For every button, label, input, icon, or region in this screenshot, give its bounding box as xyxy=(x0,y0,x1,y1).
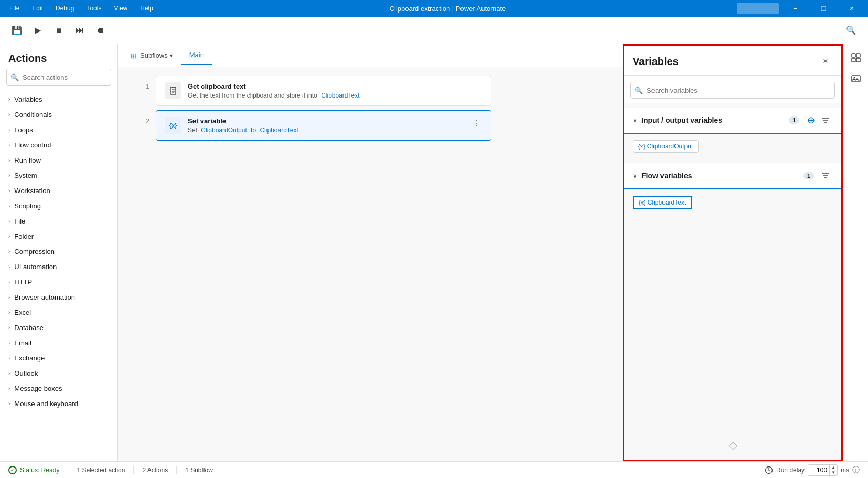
step-2-var-clipboard-output[interactable]: ClipboardOutput xyxy=(201,126,247,134)
status-ready-label: Status: Ready xyxy=(20,466,59,474)
step-2-var-clipboard-text[interactable]: ClipboardText xyxy=(260,126,298,134)
window-controls: − □ × xyxy=(737,0,864,17)
chevron-icon: › xyxy=(8,355,10,361)
action-item-ui-automation[interactable]: › UI automation xyxy=(0,259,117,274)
extensions-rail-button[interactable] xyxy=(846,48,865,67)
flow-variables-section-header[interactable]: ∨ Flow variables 1 xyxy=(624,163,841,189)
minimize-button[interactable]: − xyxy=(783,0,807,17)
action-item-conditionals[interactable]: › Conditionals xyxy=(0,107,117,122)
status-divider-3 xyxy=(176,466,177,474)
action-item-browser-automation[interactable]: › Browser automation xyxy=(0,290,117,305)
action-item-email[interactable]: › Email xyxy=(0,335,117,350)
chevron-icon: › xyxy=(8,173,10,178)
menu-file[interactable]: File xyxy=(4,3,25,14)
menu-edit[interactable]: Edit xyxy=(27,3,48,14)
step-2-menu-button[interactable]: ⋮ xyxy=(470,117,483,129)
var-chip-clipboard-output[interactable]: {x} ClipboardOutput xyxy=(633,140,699,153)
action-item-outlook[interactable]: › Outlook xyxy=(0,366,117,381)
variables-content: ∨ Input / output variables 1 ⊕ {x} Clipb… xyxy=(624,103,841,460)
variables-header: Variables × xyxy=(624,46,841,76)
action-item-file[interactable]: › File xyxy=(0,214,117,229)
actions-search-container: 🔍 xyxy=(6,69,111,86)
action-label: Browser automation xyxy=(14,293,75,301)
chevron-icon: › xyxy=(8,370,10,376)
run-delay-up-button[interactable]: ▲ xyxy=(830,465,837,470)
action-item-message-boxes[interactable]: › Message boxes xyxy=(0,381,117,396)
chevron-icon: › xyxy=(8,218,10,224)
image-rail-button[interactable] xyxy=(846,69,865,88)
search-actions-input[interactable] xyxy=(6,69,111,86)
action-item-system[interactable]: › System xyxy=(0,168,117,183)
main-tab[interactable]: Main xyxy=(181,46,212,65)
status-ready: ✓ Status: Ready xyxy=(8,466,59,474)
chevron-icon: › xyxy=(8,142,10,148)
action-item-mouse-keyboard[interactable]: › Mouse and keyboard xyxy=(0,396,117,411)
chevron-icon: › xyxy=(8,340,10,346)
action-label: HTTP xyxy=(14,278,32,286)
step-1-var-clipboard-text[interactable]: ClipboardText xyxy=(321,92,359,99)
menu-debug[interactable]: Debug xyxy=(50,3,79,14)
step-card-1[interactable]: Get clipboard text Get the text from the… xyxy=(156,76,491,106)
action-item-variables[interactable]: › Variables xyxy=(0,92,117,107)
action-item-http[interactable]: › HTTP xyxy=(0,274,117,290)
chevron-icon: › xyxy=(8,401,10,407)
action-item-flow-control[interactable]: › Flow control xyxy=(0,137,117,153)
step-card-2[interactable]: {x} Set variable Set ClipboardOutput to … xyxy=(156,110,491,141)
menu-help[interactable]: Help xyxy=(135,3,158,14)
run-delay-down-button[interactable]: ▼ xyxy=(830,470,837,475)
flow-variables-chevron-icon: ∨ xyxy=(633,172,637,179)
input-output-count: 1 xyxy=(789,116,799,124)
svg-rect-6 xyxy=(856,54,860,57)
filter-flow-variables-button[interactable] xyxy=(818,168,833,183)
action-label: Outlook xyxy=(14,369,38,377)
chevron-icon: › xyxy=(8,279,10,285)
save-button[interactable]: 💾 xyxy=(8,22,25,39)
step-button[interactable]: ⏭ xyxy=(71,22,88,39)
run-delay-icon xyxy=(765,466,773,474)
input-output-title: Input / output variables xyxy=(641,116,785,124)
run-button[interactable]: ▶ xyxy=(29,22,46,39)
step-1-desc: Get the text from the clipboard and stor… xyxy=(188,92,483,99)
title-bar: File Edit Debug Tools View Help Clipboar… xyxy=(0,0,868,17)
action-item-excel[interactable]: › Excel xyxy=(0,305,117,320)
step-number-2: 2 xyxy=(135,110,156,125)
run-delay-info-icon[interactable]: ⓘ xyxy=(852,465,860,475)
variables-close-button[interactable]: × xyxy=(818,54,833,69)
run-delay-label: Run delay xyxy=(776,466,805,474)
action-item-database[interactable]: › Database xyxy=(0,320,117,335)
record-button[interactable]: ⏺ xyxy=(92,22,109,39)
run-delay-value[interactable] xyxy=(808,465,829,475)
canvas-search-button[interactable]: 🔍 xyxy=(843,22,860,39)
variables-search-wrap: 🔍 xyxy=(630,82,835,99)
menu-tools[interactable]: Tools xyxy=(81,3,106,14)
action-label: File xyxy=(14,217,25,225)
search-variables-input[interactable] xyxy=(630,82,835,99)
action-label: Loops xyxy=(14,126,33,134)
svg-rect-8 xyxy=(856,58,860,62)
menu-view[interactable]: View xyxy=(109,3,133,14)
flow-variables-section: ∨ Flow variables 1 {x} ClipboardText xyxy=(624,163,841,216)
menu-bar[interactable]: File Edit Debug Tools View Help xyxy=(4,3,158,14)
svg-point-10 xyxy=(853,77,855,79)
svg-rect-7 xyxy=(852,58,855,62)
maximize-button[interactable]: □ xyxy=(811,0,835,17)
flow-variables-title: Flow variables xyxy=(641,172,799,180)
action-item-compression[interactable]: › Compression xyxy=(0,244,117,259)
action-item-workstation[interactable]: › Workstation xyxy=(0,183,117,198)
action-item-scripting[interactable]: › Scripting xyxy=(0,198,117,214)
action-item-loops[interactable]: › Loops xyxy=(0,122,117,137)
action-label: Mouse and keyboard xyxy=(14,400,78,408)
selected-actions-label: 1 Selected action xyxy=(77,466,125,474)
var-chip-clipboard-text[interactable]: {x} ClipboardText xyxy=(633,196,692,209)
action-item-exchange[interactable]: › Exchange xyxy=(0,350,117,366)
app-title: Clipboard extraction | Power Automate xyxy=(158,5,737,13)
input-output-section-header[interactable]: ∨ Input / output variables 1 ⊕ xyxy=(624,108,841,134)
subflows-button[interactable]: ⊞ Subflows ▾ xyxy=(124,48,179,63)
stop-button[interactable]: ■ xyxy=(50,22,67,39)
action-item-folder[interactable]: › Folder xyxy=(0,229,117,244)
close-button[interactable]: × xyxy=(840,0,864,17)
add-variable-button[interactable]: ⊕ xyxy=(803,113,818,128)
filter-input-output-button[interactable] xyxy=(818,113,833,128)
canvas-area: ⊞ Subflows ▾ Main 1 xyxy=(118,44,623,461)
action-item-run-flow[interactable]: › Run flow xyxy=(0,153,117,168)
